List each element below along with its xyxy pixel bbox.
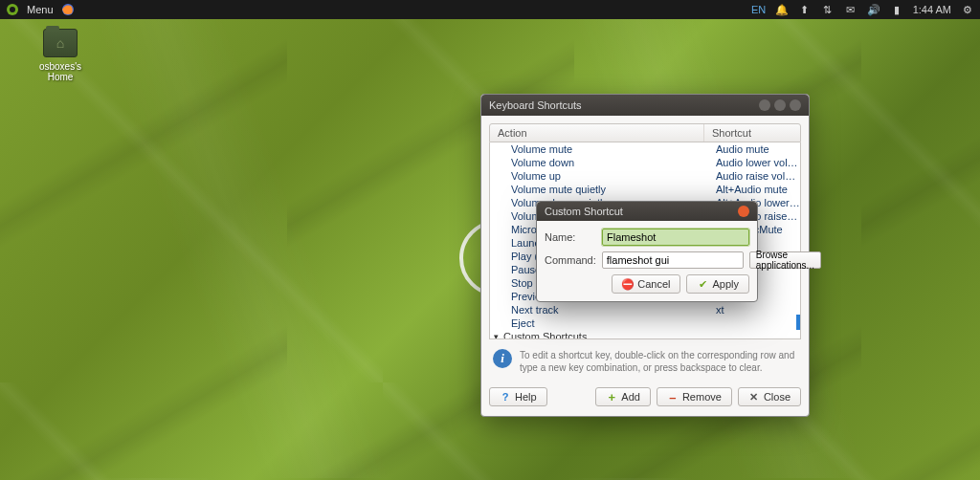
shortcut-row[interactable]: Next trackxt	[490, 303, 800, 316]
ks-column-headers: Action Shortcut	[489, 123, 801, 142]
close-dialog-button[interactable]	[738, 206, 749, 217]
ks-titlebar[interactable]: Keyboard Shortcuts	[481, 95, 809, 116]
help-button[interactable]: ?Help	[489, 387, 547, 406]
action-column-header[interactable]: Action	[490, 124, 704, 142]
minimize-button[interactable]	[759, 99, 770, 111]
help-icon: ?	[500, 391, 511, 403]
maximize-button[interactable]	[774, 99, 786, 111]
command-input[interactable]	[602, 251, 744, 269]
command-label: Command:	[545, 254, 596, 266]
ks-title: Keyboard Shortcuts	[489, 99, 582, 111]
hint-text: To edit a shortcut key, double-click on …	[520, 349, 797, 374]
close-window-button[interactable]	[790, 99, 801, 111]
shortcut-row[interactable]: Eject	[490, 316, 800, 330]
folder-icon	[43, 29, 78, 57]
firefox-icon[interactable]	[61, 3, 75, 16]
volume-icon[interactable]: 🔊	[867, 3, 880, 16]
chevron-down-icon: ▾	[494, 332, 503, 339]
top-panel: Menu EN 🔔 ⬆ ⇅ ✉ 🔊 ▮ 1:44 AM ⚙	[0, 0, 980, 19]
home-folder-icon[interactable]: osboxes's Home	[27, 29, 94, 82]
plus-icon: +	[606, 391, 617, 403]
name-label: Name:	[545, 231, 596, 243]
cs-titlebar[interactable]: Custom Shortcut	[537, 202, 757, 221]
check-icon: ✔	[697, 278, 708, 290]
updates-icon[interactable]: ⬆	[798, 3, 812, 16]
info-icon: i	[493, 349, 512, 368]
notification-icon[interactable]: 🔔	[775, 3, 789, 16]
cancel-icon: ⛔	[622, 278, 634, 290]
name-input[interactable]	[602, 229, 749, 246]
session-icon[interactable]: ⚙	[961, 3, 974, 16]
shortcut-row[interactable]: Volume upAudio raise volume	[490, 169, 800, 183]
cancel-button[interactable]: ⛔Cancel	[612, 274, 680, 294]
close-icon: ✕	[748, 391, 760, 403]
network-icon[interactable]: ⇅	[821, 3, 835, 16]
custom-shortcut-dialog: Custom Shortcut Name: Command: Browse ap…	[536, 201, 758, 302]
svg-point-2	[10, 7, 15, 12]
distro-menu-icon[interactable]	[6, 3, 19, 16]
hint-area: i To edit a shortcut key, double-click o…	[489, 339, 801, 383]
mail-icon[interactable]: ✉	[844, 3, 858, 16]
menu-button[interactable]: Menu	[27, 4, 54, 15]
apply-button[interactable]: ✔Apply	[686, 274, 749, 294]
clock[interactable]: 1:44 AM	[913, 4, 951, 15]
scrollbar-thumb[interactable]	[796, 315, 800, 330]
custom-shortcuts-group[interactable]: ▾Custom Shortcuts	[490, 330, 800, 339]
add-button[interactable]: +Add	[595, 387, 651, 406]
cs-title: Custom Shortcut	[545, 206, 623, 217]
shortcut-column-header[interactable]: Shortcut	[704, 124, 800, 142]
shortcut-row[interactable]: Volume mute quietlyAlt+Audio mute	[490, 183, 800, 196]
remove-button[interactable]: –Remove	[657, 387, 732, 406]
shortcut-row[interactable]: Volume downAudio lower volume	[490, 156, 800, 169]
close-button[interactable]: ✕Close	[738, 387, 801, 406]
language-indicator[interactable]: EN	[752, 3, 766, 16]
shortcut-row[interactable]: Volume muteAudio mute	[490, 142, 800, 156]
minus-icon: –	[667, 391, 679, 403]
browse-applications-button[interactable]: Browse applications...	[749, 251, 821, 269]
home-folder-label: osboxes's Home	[27, 61, 94, 82]
battery-icon[interactable]: ▮	[890, 3, 903, 16]
